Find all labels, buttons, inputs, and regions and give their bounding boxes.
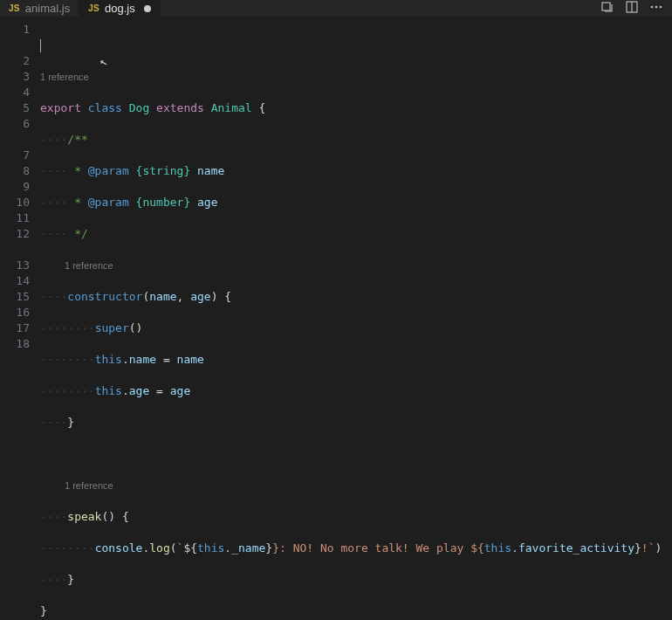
more-actions-icon[interactable] bbox=[649, 0, 663, 17]
code-area[interactable]: 1 reference export class Dog extends Ani… bbox=[40, 22, 672, 620]
tab-bar: JS animal.js JS dog.js bbox=[0, 0, 672, 17]
compare-changes-icon[interactable] bbox=[600, 0, 614, 17]
svg-point-4 bbox=[655, 6, 658, 9]
svg-rect-0 bbox=[602, 3, 610, 10]
editor[interactable]: ↖ 1 2 3 4 5 6 7 8 9 10 11 12 13 14 15 16… bbox=[0, 17, 672, 620]
js-badge: JS bbox=[88, 3, 99, 13]
svg-point-3 bbox=[651, 6, 654, 9]
codelens-speak[interactable]: 1 reference bbox=[40, 478, 672, 493]
split-editor-icon[interactable] bbox=[625, 0, 639, 17]
tab-label: animal.js bbox=[25, 2, 70, 15]
codelens-class[interactable]: 1 reference bbox=[40, 69, 672, 85]
js-badge: JS bbox=[9, 3, 20, 13]
gutter: 1 2 3 4 5 6 7 8 9 10 11 12 13 14 15 16 1… bbox=[0, 22, 40, 620]
text-cursor bbox=[40, 39, 41, 52]
svg-point-5 bbox=[660, 6, 662, 9]
editor-actions bbox=[600, 0, 672, 17]
codelens-constructor[interactable]: 1 reference bbox=[40, 258, 672, 273]
dirty-indicator-icon bbox=[144, 5, 151, 12]
tab-dog-js[interactable]: JS dog.js bbox=[79, 0, 161, 17]
tab-label: dog.js bbox=[105, 2, 135, 15]
tab-animal-js[interactable]: JS animal.js bbox=[0, 0, 79, 17]
